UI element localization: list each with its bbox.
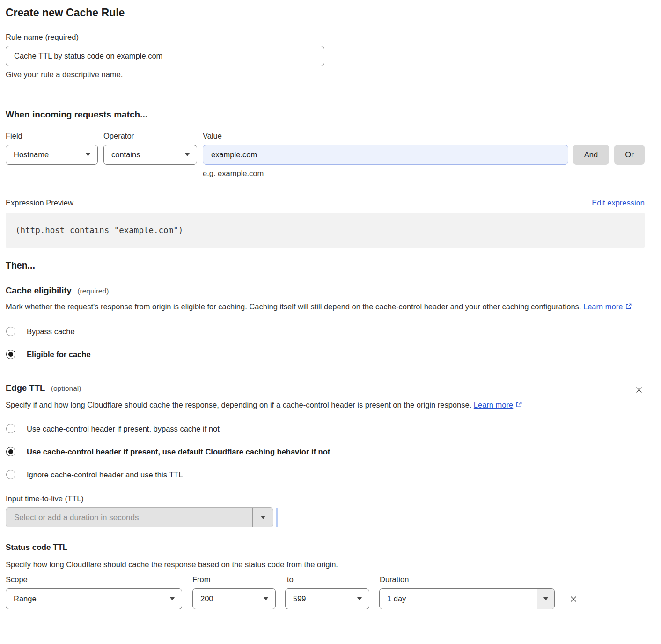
chevron-down-icon: [185, 153, 190, 156]
edge-ttl-heading: Edge TTL: [6, 383, 45, 393]
from-label: From: [192, 575, 287, 584]
field-select-value: Hostname: [14, 150, 49, 159]
edge-ttl-description: Specify if and how long Cloudflare shoul…: [6, 398, 523, 411]
ttl-input-row: Select or add a duration in seconds: [6, 507, 645, 527]
scope-label: Scope: [6, 575, 192, 584]
edit-expression-link[interactable]: Edit expression: [592, 198, 645, 207]
edge-ttl-close-button[interactable]: [633, 384, 645, 395]
value-label: Value: [203, 132, 645, 140]
section-divider: [6, 97, 645, 97]
expression-preview-row: Expression Preview Edit expression: [6, 198, 645, 207]
radio-label: Use cache-control header if present, use…: [27, 447, 330, 456]
radio-unselected-icon[interactable]: [6, 470, 15, 479]
from-select-value: 200: [200, 594, 213, 603]
to-select[interactable]: 599: [285, 588, 369, 609]
external-link-icon: [515, 401, 522, 408]
radio-option-cc-ignore[interactable]: Ignore cache-control header and use this…: [6, 470, 645, 479]
cache-eligibility-description: Mark whether the request's response from…: [6, 300, 633, 313]
rule-name-label: Rule name (required): [6, 33, 645, 42]
ttl-select-arrow-button: [252, 508, 273, 527]
page-title: Create new Cache Rule: [6, 0, 645, 19]
rule-name-help: Give your rule a descriptive name.: [6, 70, 645, 79]
radio-unselected-icon[interactable]: [6, 424, 15, 433]
radio-selected-icon[interactable]: [6, 350, 15, 359]
radio-selected-icon[interactable]: [6, 447, 15, 456]
chevron-down-icon: [357, 597, 362, 600]
ttl-input-label: Input time-to-live (TTL): [6, 494, 645, 503]
create-cache-rule-form: Create new Cache Rule Rule name (require…: [6, 0, 645, 609]
and-button[interactable]: And: [573, 145, 609, 165]
duration-select-value: 1 day: [380, 589, 537, 609]
radio-option-bypass-cache[interactable]: Bypass cache: [6, 327, 645, 336]
status-code-controls-row: Range 200 599 1 day: [6, 588, 645, 609]
cache-eligibility-heading-row: Cache eligibility (required): [6, 285, 645, 296]
value-help: e.g. example.com: [203, 169, 645, 178]
rule-name-input[interactable]: [6, 46, 324, 66]
operator-select[interactable]: contains: [103, 145, 197, 165]
status-code-ttl-heading: Status code TTL: [6, 543, 645, 552]
radio-label: Ignore cache-control header and use this…: [27, 470, 183, 479]
focus-caret-bar: [276, 508, 278, 527]
radio-label: Eligible for cache: [27, 350, 91, 359]
to-label: to: [287, 575, 380, 584]
edge-ttl-heading-row: Edge TTL (optional): [6, 383, 645, 395]
or-button[interactable]: Or: [614, 145, 645, 165]
radio-option-cc-bypass[interactable]: Use cache-control header if present, byp…: [6, 424, 645, 433]
status-code-labels-row: Scope From to Duration: [6, 575, 645, 584]
edge-ttl-description-text: Specify if and how long Cloudflare shoul…: [6, 401, 471, 409]
match-labels-row: Field Operator Value: [6, 132, 645, 140]
operator-label: Operator: [103, 132, 203, 140]
status-code-ttl-description: Specify how long Cloudflare should cache…: [6, 558, 645, 571]
then-heading: Then...: [6, 260, 645, 271]
expression-preview-label: Expression Preview: [6, 198, 73, 207]
expression-code-block: (http.host contains "example.com"): [6, 213, 645, 248]
chevron-down-icon: [543, 597, 548, 600]
chevron-down-icon: [264, 597, 268, 600]
close-icon: [568, 594, 579, 604]
chevron-down-icon: [261, 516, 265, 519]
cache-eligibility-qualifier: (required): [77, 287, 109, 295]
chevron-down-icon: [86, 153, 90, 156]
field-label: Field: [6, 132, 103, 140]
scope-select-value: Range: [14, 594, 37, 603]
radio-label: Bypass cache: [27, 327, 75, 336]
value-input[interactable]: [203, 145, 568, 165]
cache-eligibility-heading: Cache eligibility: [6, 285, 72, 295]
field-select[interactable]: Hostname: [6, 145, 98, 165]
cache-eligibility-learn-more-link[interactable]: Learn more: [583, 302, 623, 311]
duration-select-arrow-button[interactable]: [537, 589, 554, 609]
edge-ttl-qualifier: (optional): [51, 384, 81, 392]
status-code-row-remove-button[interactable]: [567, 593, 580, 605]
match-section-heading: When incoming requests match...: [6, 110, 645, 120]
external-link-icon: [625, 303, 632, 310]
scope-select[interactable]: Range: [6, 588, 182, 609]
edge-ttl-learn-more-link[interactable]: Learn more: [474, 401, 513, 409]
operator-select-value: contains: [111, 150, 140, 159]
expression-code: (http.host contains "example.com"): [15, 226, 183, 235]
to-select-value: 599: [293, 594, 306, 603]
ttl-duration-select-disabled: Select or add a duration in seconds: [6, 507, 273, 527]
radio-label: Use cache-control header if present, byp…: [27, 424, 220, 433]
ttl-select-placeholder: Select or add a duration in seconds: [6, 508, 252, 527]
radio-option-eligible-for-cache[interactable]: Eligible for cache: [6, 350, 645, 359]
duration-select[interactable]: 1 day: [379, 588, 555, 609]
from-select[interactable]: 200: [192, 588, 276, 609]
close-icon: [634, 385, 644, 395]
radio-unselected-icon[interactable]: [6, 327, 15, 336]
duration-label: Duration: [380, 575, 409, 584]
radio-option-cc-default[interactable]: Use cache-control header if present, use…: [6, 447, 645, 456]
section-divider: [6, 373, 645, 373]
cache-eligibility-description-text: Mark whether the request's response from…: [6, 302, 581, 311]
chevron-down-icon: [170, 597, 175, 600]
match-controls-row: Hostname contains And Or: [6, 145, 645, 165]
